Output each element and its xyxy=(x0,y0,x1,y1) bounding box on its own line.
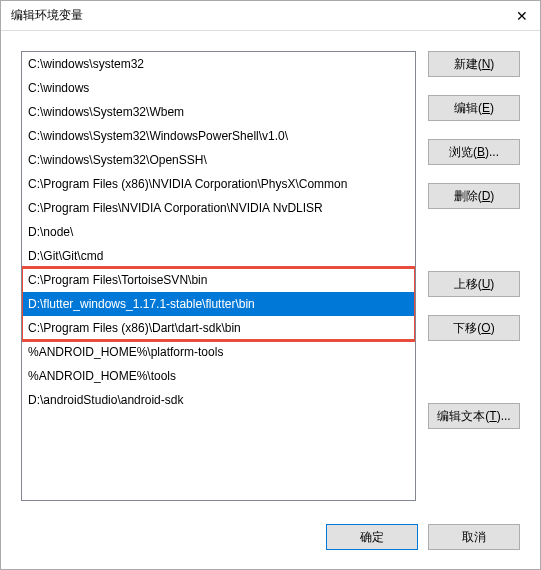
list-item[interactable]: C:\Program Files\TortoiseSVN\bin xyxy=(22,268,415,292)
list-item[interactable]: C:\windows\System32\OpenSSH\ xyxy=(22,148,415,172)
edit-text-button[interactable]: 编辑文本(T)... xyxy=(428,403,520,429)
list-item[interactable]: C:\windows\System32\Wbem xyxy=(22,100,415,124)
close-icon: ✕ xyxy=(516,8,528,24)
new-button[interactable]: 新建(N) xyxy=(428,51,520,77)
close-button[interactable]: ✕ xyxy=(512,6,532,26)
list-item[interactable]: C:\windows\system32 xyxy=(22,52,415,76)
list-item[interactable]: D:\Git\Git\cmd xyxy=(22,244,415,268)
list-item[interactable]: %ANDROID_HOME%\platform-tools xyxy=(22,340,415,364)
edit-button[interactable]: 编辑(E) xyxy=(428,95,520,121)
move-down-button[interactable]: 下移(O) xyxy=(428,315,520,341)
spacer xyxy=(428,227,520,253)
path-list[interactable]: C:\windows\system32C:\windowsC:\windows\… xyxy=(21,51,416,501)
browse-button[interactable]: 浏览(B)... xyxy=(428,139,520,165)
list-item[interactable]: D:\node\ xyxy=(22,220,415,244)
list-item[interactable]: C:\Program Files\NVIDIA Corporation\NVID… xyxy=(22,196,415,220)
list-item[interactable]: D:\flutter_windows_1.17.1-stable\flutter… xyxy=(22,292,415,316)
list-item[interactable]: D:\androidStudio\android-sdk xyxy=(22,388,415,412)
list-item[interactable]: %ANDROID_HOME%\tools xyxy=(22,364,415,388)
list-item[interactable]: C:\windows\System32\WindowsPowerShell\v1… xyxy=(22,124,415,148)
list-item[interactable]: C:\Program Files (x86)\NVIDIA Corporatio… xyxy=(22,172,415,196)
list-item[interactable]: C:\windows xyxy=(22,76,415,100)
delete-button[interactable]: 删除(D) xyxy=(428,183,520,209)
list-item[interactable]: C:\Program Files (x86)\Dart\dart-sdk\bin xyxy=(22,316,415,340)
spacer xyxy=(428,359,520,385)
content-area: C:\windows\system32C:\windowsC:\windows\… xyxy=(1,31,540,511)
cancel-button[interactable]: 取消 xyxy=(428,524,520,550)
dialog-footer: 确定 取消 xyxy=(1,511,540,562)
titlebar: 编辑环境变量 ✕ xyxy=(1,1,540,31)
button-column: 新建(N) 编辑(E) 浏览(B)... 删除(D) 上移(U) 下移(O) 编… xyxy=(428,51,520,501)
move-up-button[interactable]: 上移(U) xyxy=(428,271,520,297)
ok-button[interactable]: 确定 xyxy=(326,524,418,550)
window-title: 编辑环境变量 xyxy=(11,7,83,24)
